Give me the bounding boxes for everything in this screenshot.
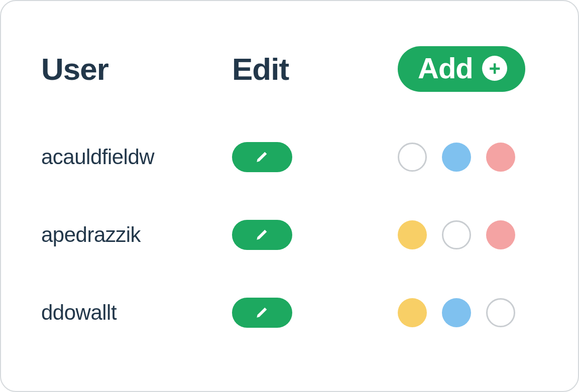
pencil-icon bbox=[254, 304, 270, 322]
user-card: User Edit Add + acauldfieldw apedrazzik bbox=[0, 0, 579, 392]
status-dot-3[interactable] bbox=[486, 220, 515, 249]
status-dot-2[interactable] bbox=[442, 220, 471, 249]
column-header-edit: Edit bbox=[232, 51, 398, 87]
pencil-icon bbox=[254, 226, 270, 244]
add-button-label: Add bbox=[418, 51, 473, 85]
status-dots bbox=[398, 143, 538, 172]
status-dot-2[interactable] bbox=[442, 298, 471, 327]
column-header-user: User bbox=[41, 51, 232, 87]
username-cell: acauldfieldw bbox=[41, 145, 232, 169]
status-dot-3[interactable] bbox=[486, 298, 515, 327]
edit-button[interactable] bbox=[232, 220, 292, 250]
table-row: apedrazzik bbox=[41, 220, 538, 250]
status-dot-1[interactable] bbox=[398, 298, 427, 327]
edit-button[interactable] bbox=[232, 298, 292, 328]
username-cell: apedrazzik bbox=[41, 223, 232, 247]
username-cell: ddowallt bbox=[41, 301, 232, 325]
table-row: acauldfieldw bbox=[41, 142, 538, 172]
status-dots bbox=[398, 220, 538, 249]
header-row: User Edit Add + bbox=[41, 46, 538, 92]
status-dot-1[interactable] bbox=[398, 220, 427, 249]
plus-icon: + bbox=[482, 56, 507, 81]
add-button[interactable]: Add + bbox=[398, 46, 525, 92]
status-dot-1[interactable] bbox=[398, 143, 427, 172]
status-dot-3[interactable] bbox=[486, 143, 515, 172]
status-dots bbox=[398, 298, 538, 327]
table-row: ddowallt bbox=[41, 298, 538, 328]
status-dot-2[interactable] bbox=[442, 143, 471, 172]
pencil-icon bbox=[254, 149, 270, 166]
edit-button[interactable] bbox=[232, 142, 292, 172]
